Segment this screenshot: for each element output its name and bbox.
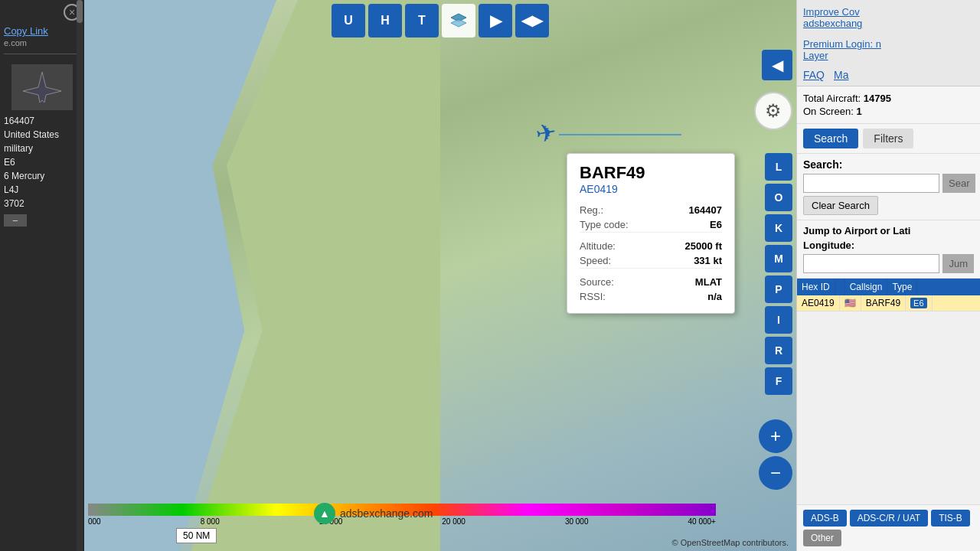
btn-r[interactable]: R (765, 337, 792, 364)
aircraft-thumbnail (11, 64, 73, 110)
scale-indicator: 50 NM (176, 528, 217, 543)
label-8000: 8 000 (201, 517, 220, 526)
clear-search-button[interactable]: Clear Search (803, 196, 878, 215)
premium-login-link[interactable]: Premium Login: n (803, 38, 881, 50)
label-20000: 20 000 (442, 517, 466, 526)
side-letter-buttons: L O K M P I R F (765, 153, 792, 395)
type-label: Type code: (580, 217, 661, 233)
btn-u[interactable]: U (332, 4, 365, 37)
btn-back[interactable]: ◀ (762, 50, 792, 80)
top-links: Improve Cov adsbexchang (797, 0, 980, 35)
url-text: e.com (4, 38, 80, 47)
search-section: Search: Sear Clear Search (797, 154, 980, 220)
btn-m[interactable]: M (765, 245, 792, 272)
zoom-controls: + − (759, 419, 792, 490)
filter-buttons: ADS-B ADS-C/R / UAT TIS-B Other (797, 504, 980, 551)
reg-value: 164407 (4, 116, 80, 126)
label-40000: 40 000+ (688, 517, 716, 526)
filter-tisb[interactable]: TIS-B (931, 510, 970, 527)
result-callsign-0: BARF49 (861, 295, 906, 311)
result-flag-0: 🇺🇸 (840, 295, 861, 311)
adsb-exchange-link[interactable]: adsbexchang (803, 18, 862, 29)
search-row: Sear (803, 174, 974, 193)
svg-marker-0 (23, 72, 61, 103)
btn-p[interactable]: P (765, 276, 792, 303)
map-top-controls: U H T ▶ ◀▶ (332, 4, 549, 37)
btn-i[interactable]: I (765, 306, 792, 334)
divider (4, 54, 80, 54)
reg-val: 164407 (661, 203, 722, 217)
popup-details: Reg.: 164407 Type code: E6 Altitude: 250… (580, 203, 722, 304)
adsb-logo-text: adsbexchange.com (340, 507, 433, 520)
zoom-out-button[interactable]: − (759, 456, 792, 490)
speed-label: Speed: (580, 253, 661, 269)
premium-login: Premium Login: n Layer (797, 35, 980, 64)
total-aircraft-row: Total Aircraft: 14795 (803, 93, 974, 104)
type-code-value: E6 (4, 157, 80, 168)
on-screen-value: 1 (856, 106, 861, 117)
btn-o[interactable]: O (765, 184, 792, 211)
minus-button[interactable]: − (4, 214, 27, 227)
popup-hex[interactable]: AE0419 (580, 183, 722, 195)
operator-value: L4J (4, 184, 80, 195)
rssi-label: RSSI: (580, 289, 661, 304)
copy-link[interactable]: Copy Link (4, 25, 80, 37)
btn-l[interactable]: L (765, 153, 792, 181)
type-val: E6 (661, 217, 722, 233)
filter-adsc[interactable]: ADS-C/R / UAT (850, 510, 928, 527)
btn-t[interactable]: T (405, 4, 439, 37)
col-callsign-header: Callsign (845, 279, 888, 295)
jump-row: Jum (803, 254, 974, 273)
map-area[interactable]: U H T ▶ ◀▶ ◀ ⚙ L O K M P I R F ✈ BARF49 … (84, 0, 796, 551)
nav-links: FAQ Ma (797, 64, 980, 86)
popup-callsign: BARF49 (580, 163, 722, 183)
jump-section: Jump to Airport or Lati Longitude: Jum (797, 220, 980, 279)
reg-label: Reg.: (580, 203, 661, 217)
color-bar-container: 000 8 000 10 000 20 000 30 000 40 000+ (88, 504, 792, 520)
stats-section: Total Aircraft: 14795 On Screen: 1 (797, 86, 980, 124)
gear-button[interactable]: ⚙ (754, 92, 792, 130)
right-panel: Improve Cov adsbexchang Premium Login: n… (796, 0, 980, 551)
filter-other[interactable]: Other (803, 530, 841, 546)
svg-marker-2 (451, 19, 466, 27)
jump-button[interactable]: Jum (942, 254, 974, 273)
search-tab[interactable]: Search (803, 129, 858, 148)
btn-k[interactable]: K (765, 214, 792, 242)
adsb-logo-icon: ▲ (314, 503, 335, 524)
faq-link[interactable]: FAQ (803, 69, 825, 81)
squawk-value: 3702 (4, 198, 80, 209)
improve-coverage-link[interactable]: Improve Cov (803, 6, 860, 18)
btn-layers[interactable] (442, 4, 475, 37)
layer-link[interactable]: Layer (803, 50, 828, 61)
rssi-val: n/a (661, 289, 722, 304)
result-row-0[interactable]: AE0419 🇺🇸 BARF49 E6 (797, 295, 980, 311)
country-value: United States (4, 129, 80, 140)
label-0: 000 (88, 517, 101, 526)
col-hex-header: Hex ID (797, 279, 835, 295)
attribution-text: © OpenStreetMap contributors. (672, 538, 789, 547)
on-screen-label: On Screen: (803, 106, 854, 117)
left-sidebar: × Copy Link e.com 164407 United States m… (0, 0, 84, 551)
filter-adsb[interactable]: ADS-B (803, 510, 847, 527)
search-button[interactable]: Sear (942, 174, 975, 193)
alt-val: 25000 ft (661, 239, 722, 253)
search-input[interactable] (803, 174, 939, 193)
category-value: military (4, 143, 80, 154)
result-type-0: E6 (906, 295, 932, 311)
btn-h[interactable]: H (368, 4, 402, 37)
result-hex-0: AE0419 (797, 295, 840, 311)
results-table: Hex ID Callsign Type AE0419 🇺🇸 BARF49 E6 (797, 279, 980, 311)
scrollbar-thumb[interactable] (77, 0, 83, 23)
jump-input[interactable] (803, 254, 939, 273)
scrollbar-track[interactable] (77, 0, 83, 551)
btn-toggle[interactable]: ◀▶ (515, 4, 549, 37)
speed-val: 331 kt (661, 253, 722, 269)
total-value: 14795 (864, 93, 891, 104)
search-filters-row: Search Filters (797, 124, 980, 154)
zoom-in-button[interactable]: + (759, 419, 792, 453)
map-link[interactable]: Ma (834, 69, 848, 81)
btn-f[interactable]: F (765, 367, 792, 395)
filters-tab[interactable]: Filters (863, 129, 913, 148)
label-30000: 30 000 (565, 517, 589, 526)
btn-next[interactable]: ▶ (479, 4, 512, 37)
